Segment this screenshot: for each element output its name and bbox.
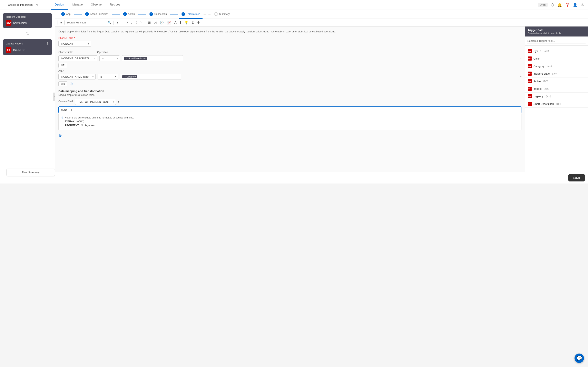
fields-select-1[interactable]: INCIDENT_DESCRIPTI... <box>58 55 97 61</box>
bulb-icon-button[interactable]: 💡 <box>183 20 190 25</box>
step-circle-app: ✓ <box>61 12 65 16</box>
search-function-button[interactable]: 🔍 <box>108 21 111 24</box>
table-select[interactable]: INCIDENT <box>58 41 91 47</box>
op-select-1[interactable]: Is <box>99 55 120 61</box>
step-circle-summary <box>214 12 218 16</box>
field-logo-sysid: now <box>528 49 532 53</box>
column-field-row: Column Field TIME_OF_INCIDENT (abc) : <box>58 99 521 105</box>
nav-tab-manage[interactable]: Manage <box>68 0 87 9</box>
top-navigation: ← Oracle db integration ✎ Design Manage … <box>0 0 588 10</box>
search-function-input[interactable] <box>66 20 107 25</box>
nav-tab-recipes[interactable]: Recipes <box>106 0 124 9</box>
syntax-colon: : <box>75 120 77 123</box>
column-field-select-wrapper: TIME_OF_INCIDENT (abc) <box>75 99 116 105</box>
action-card-header: Update Record ⋮ <box>6 42 49 45</box>
add-mapping-row: ⊕ <box>58 133 521 138</box>
step-tab-app[interactable]: ✓ App <box>58 10 73 19</box>
trigger-data-header: Trigger Data Drag & drop or click to map… <box>525 26 588 36</box>
filter-value-box-1: --: Short Description <box>122 55 183 61</box>
op-select-2[interactable]: Is <box>98 74 118 80</box>
field-logo-urgency: now <box>528 94 532 98</box>
field-logo-caller: now <box>528 57 532 60</box>
action-card: Update Record ⋮ DB Oracle DB <box>3 39 52 55</box>
action-card-content: DB Oracle DB <box>6 47 49 53</box>
bell-icon[interactable]: 🔔 <box>557 3 562 7</box>
step-label-transformer: Transformer <box>186 13 200 16</box>
step-tab-connection[interactable]: ✓ Connection <box>147 10 170 19</box>
trigger-field-incident-state[interactable]: now Incident State (abc) <box>525 70 588 77</box>
trigger-data-panel: Trigger Data Drag & drop or click to map… <box>525 26 588 172</box>
trigger-search-input[interactable] <box>527 39 586 43</box>
step-tab-action[interactable]: ✓ Action <box>120 10 138 19</box>
nav-tab-design[interactable]: Design <box>51 0 68 9</box>
settings-icon-button[interactable]: ⚙ <box>196 20 201 25</box>
mapping-chip-2: --: Category <box>122 75 137 78</box>
alert-icon[interactable]: ⚠ <box>581 3 584 7</box>
left-sidebar: Incident Updated now ServiceNow ⇅ Update… <box>0 10 55 184</box>
trigger-field-category[interactable]: now Category (abc) <box>525 62 588 70</box>
fields-select-2[interactable]: INCIDENT_NAME (abc) <box>58 74 95 80</box>
trigger-field-short-description[interactable]: now Short Description (abc) <box>525 100 588 108</box>
required-marker: * <box>74 37 75 40</box>
flow-summary-button[interactable]: Flow Summary <box>7 169 55 176</box>
table-icon-button[interactable]: ⊞ <box>147 20 152 25</box>
step-tab-transformer[interactable]: ✓ Transformer <box>179 10 203 19</box>
table-select-wrapper: INCIDENT <box>58 41 91 47</box>
or-button-2[interactable]: OR <box>58 81 67 86</box>
help-icon[interactable]: ❓ <box>565 3 570 7</box>
minus-button[interactable]: - <box>121 21 124 25</box>
step-tab-summary[interactable]: Summary <box>212 10 233 19</box>
step-line-5 <box>203 14 211 15</box>
trigger-field-urgency[interactable]: now Urgency (abc) <box>525 92 588 100</box>
trigger-field-caller[interactable]: now Caller <box>525 55 588 62</box>
info-icon-button[interactable]: ℹ <box>179 20 182 25</box>
app-title: Oracle db integration <box>8 3 33 6</box>
plus-button[interactable]: + <box>116 21 120 25</box>
edit-icon[interactable]: ✎ <box>36 3 38 7</box>
step-circle-transformer: ✓ <box>182 12 185 16</box>
add-mapping-button[interactable]: ⊕ <box>58 133 62 138</box>
data-mapping-section: Data mapping and transformation Drag & d… <box>58 90 521 138</box>
clock-icon-button[interactable]: 🕐 <box>159 20 165 25</box>
close-paren-button[interactable]: ) <box>139 21 143 25</box>
field-name-incident-state: Incident State <box>534 72 550 75</box>
column-field-select[interactable]: TIME_OF_INCIDENT (abc) <box>75 99 116 105</box>
open-paren-button[interactable]: ( <box>135 21 138 25</box>
multiply-button[interactable]: * <box>125 21 129 25</box>
action-card-menu[interactable]: ⋮ <box>46 42 49 45</box>
back-button[interactable]: ← Oracle db integration <box>4 3 33 6</box>
trigger-field-impact[interactable]: now Impact (abc) <box>525 85 588 92</box>
colon-separator: : <box>118 100 119 104</box>
user-icon[interactable]: 👤 <box>573 3 577 7</box>
trigger-field-sysid[interactable]: now Sys ID (abc) <box>525 47 588 55</box>
remove-filter-1-button[interactable]: − <box>520 57 521 60</box>
save-button[interactable]: Save <box>568 174 585 182</box>
trigger-field-active[interactable]: now Active (T/F) <box>525 77 588 85</box>
nav-tab-observe[interactable]: Observe <box>87 0 106 9</box>
collapse-icon[interactable]: ⇅ <box>3 31 52 36</box>
step-tab-action-execution[interactable]: ✓ Action Execution <box>82 10 111 19</box>
or-button-1[interactable]: OR <box>58 63 67 68</box>
text-icon-button[interactable]: A <box>173 20 178 25</box>
chip-label-2: Category <box>127 75 136 78</box>
filter-section: Choose fields Operation INCIDENT_DESCRIP… <box>58 51 521 86</box>
add-filter-button[interactable]: ⊕ <box>69 81 73 86</box>
fx-button[interactable]: fx <box>58 20 65 25</box>
data-mapping-title: Data mapping and transformation <box>58 90 521 93</box>
field-type-urgency: (abc) <box>546 95 551 98</box>
or-row-1: OR <box>58 63 521 68</box>
remove-filter-2-button[interactable]: − <box>520 75 521 78</box>
field-name-active: Active <box>534 80 541 83</box>
mapping-input[interactable] <box>58 106 521 113</box>
divide-button[interactable]: / <box>130 21 134 25</box>
collapse-sidebar-arrow[interactable]: ‹ <box>53 92 55 101</box>
field-logo-active: now <box>528 79 532 83</box>
chart-icon-button[interactable]: ◿ <box>153 20 157 25</box>
sigma-icon-button[interactable]: Σ <box>191 20 195 25</box>
field-logo-incident-state: now <box>528 72 532 76</box>
graph-icon-button[interactable]: 📈 <box>166 20 172 25</box>
external-link-icon[interactable]: ⬡ <box>551 3 554 7</box>
trigger-data-title: Trigger Data <box>528 29 585 32</box>
draft-badge: Draft <box>538 3 548 7</box>
field-name-category: Category <box>534 65 544 68</box>
